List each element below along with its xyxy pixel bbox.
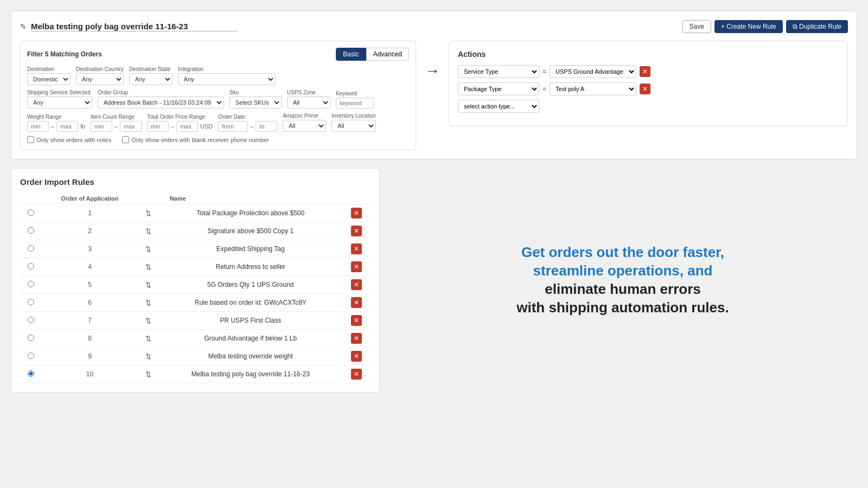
delete-row-button[interactable]: ✕ (351, 226, 362, 236)
weight-max-input[interactable] (56, 121, 78, 132)
delete-row-button[interactable]: ✕ (351, 297, 362, 308)
row-sort-cell[interactable]: ⇅ (138, 204, 159, 222)
row-radio-input[interactable] (28, 317, 34, 323)
shipping-select[interactable]: Any (27, 97, 92, 108)
sort-icon[interactable]: ⇅ (145, 335, 151, 343)
row-radio-cell[interactable] (20, 365, 42, 383)
row-sort-cell[interactable]: ⇅ (138, 330, 159, 348)
row-radio-input[interactable] (28, 370, 34, 377)
add-action-select[interactable]: select action type... (458, 100, 539, 113)
sort-icon[interactable]: ⇅ (145, 245, 151, 253)
row-delete-cell[interactable]: ✕ (342, 348, 371, 365)
order-date-from[interactable] (218, 121, 248, 132)
rule-title-input[interactable] (31, 22, 237, 31)
action-value-select-2[interactable]: Test poly A (550, 82, 636, 95)
notes-checkbox-label[interactable]: Only show orders with notes (27, 136, 111, 143)
row-sort-cell[interactable]: ⇅ (138, 276, 159, 294)
row-radio-input[interactable] (28, 352, 34, 359)
row-delete-cell[interactable]: ✕ (342, 365, 371, 383)
row-radio-cell[interactable] (20, 276, 42, 294)
weight-min-input[interactable] (27, 121, 49, 132)
keyword-input[interactable] (336, 98, 374, 108)
sort-icon[interactable]: ⇅ (145, 352, 151, 361)
row-sort-cell[interactable]: ⇅ (138, 258, 159, 276)
row-radio-input[interactable] (28, 281, 34, 287)
notes-checkbox[interactable] (27, 136, 34, 143)
row-radio-input[interactable] (28, 263, 34, 269)
delete-row-button[interactable]: ✕ (351, 243, 362, 254)
row-delete-cell[interactable]: ✕ (342, 240, 371, 258)
row-radio-cell[interactable] (20, 312, 42, 330)
delete-row-button[interactable]: ✕ (351, 279, 362, 290)
row-sort-cell[interactable]: ⇅ (138, 222, 159, 240)
item-count-max-input[interactable] (120, 121, 142, 132)
sort-icon[interactable]: ⇅ (145, 370, 151, 378)
delete-row-button[interactable]: ✕ (351, 351, 362, 362)
row-delete-cell[interactable]: ✕ (342, 258, 371, 276)
order-date-to[interactable] (256, 121, 277, 132)
row-delete-cell[interactable]: ✕ (342, 294, 371, 312)
action-equals-1: = (542, 68, 546, 75)
delete-row-button[interactable]: ✕ (351, 208, 362, 219)
integration-select[interactable]: Any (178, 73, 276, 85)
row-radio-input[interactable] (28, 227, 34, 234)
order-group-select[interactable]: Address Book Batch - 11/16/23 03:24:09 (98, 97, 224, 108)
row-radio-input[interactable] (28, 335, 34, 341)
create-new-rule-button[interactable]: + Create New Rule (714, 20, 783, 33)
tab-basic[interactable]: Basic (336, 48, 366, 61)
delete-row-button[interactable]: ✕ (351, 369, 362, 380)
duplicate-rule-button[interactable]: ⧉ Duplicate Rule (786, 20, 848, 33)
action-value-select-1[interactable]: USPS Ground Advantage (550, 65, 636, 78)
action-type-select-1[interactable]: Service Type (458, 65, 539, 78)
sort-icon[interactable]: ⇅ (145, 281, 151, 289)
row-delete-cell[interactable]: ✕ (342, 204, 371, 222)
sort-icon[interactable]: ⇅ (145, 317, 151, 325)
destination-state-select[interactable]: Any (129, 73, 173, 85)
sort-icon[interactable]: ⇅ (145, 299, 151, 307)
sku-select[interactable]: Select SKUs (229, 97, 282, 108)
item-count-min-input[interactable] (91, 121, 112, 132)
action-type-select-2[interactable]: Package Type (458, 82, 539, 95)
blank-phone-checkbox[interactable] (122, 136, 129, 143)
row-radio-cell[interactable] (20, 222, 42, 240)
row-sort-cell[interactable]: ⇅ (138, 348, 159, 365)
row-radio-cell[interactable] (20, 294, 42, 312)
filter-header: Filter 5 Matching Orders Basic Advanced (27, 48, 409, 61)
row-radio-cell[interactable] (20, 330, 42, 348)
delete-row-button[interactable]: ✕ (351, 333, 362, 344)
row-number: 8 (88, 335, 92, 342)
inventory-select[interactable]: All (331, 120, 376, 132)
row-delete-cell[interactable]: ✕ (342, 312, 371, 330)
row-sort-cell[interactable]: ⇅ (138, 312, 159, 330)
remove-action-2-button[interactable]: ✕ (640, 84, 650, 94)
row-radio-cell[interactable] (20, 348, 42, 365)
row-delete-cell[interactable]: ✕ (342, 222, 371, 240)
row-radio-cell[interactable] (20, 240, 42, 258)
row-sort-cell[interactable]: ⇅ (138, 294, 159, 312)
arrow-icon: → (425, 62, 440, 80)
row-radio-cell[interactable] (20, 204, 42, 222)
sort-icon[interactable]: ⇅ (145, 227, 151, 235)
amazon-select[interactable]: All (283, 120, 326, 132)
row-radio-cell[interactable] (20, 258, 42, 276)
remove-action-1-button[interactable]: ✕ (640, 66, 650, 77)
row-sort-cell[interactable]: ⇅ (138, 365, 159, 383)
blank-phone-checkbox-label[interactable]: Only show orders with blank receiver pho… (122, 136, 269, 143)
row-radio-input[interactable] (28, 209, 34, 216)
row-delete-cell[interactable]: ✕ (342, 276, 371, 294)
save-button[interactable]: Save (682, 20, 711, 33)
delete-row-button[interactable]: ✕ (351, 315, 362, 326)
row-delete-cell[interactable]: ✕ (342, 330, 371, 348)
tab-advanced[interactable]: Advanced (366, 48, 409, 61)
row-sort-cell[interactable]: ⇅ (138, 240, 159, 258)
usps-zone-select[interactable]: All (287, 97, 330, 108)
row-radio-input[interactable] (28, 299, 34, 305)
sort-icon[interactable]: ⇅ (145, 209, 151, 217)
destination-country-select[interactable]: Any (76, 73, 124, 85)
sort-icon[interactable]: ⇅ (145, 263, 151, 271)
delete-row-button[interactable]: ✕ (351, 261, 362, 272)
price-min-input[interactable] (147, 121, 169, 132)
destination-select[interactable]: Domestic (27, 73, 71, 85)
price-max-input[interactable] (176, 121, 198, 132)
row-radio-input[interactable] (28, 245, 34, 252)
